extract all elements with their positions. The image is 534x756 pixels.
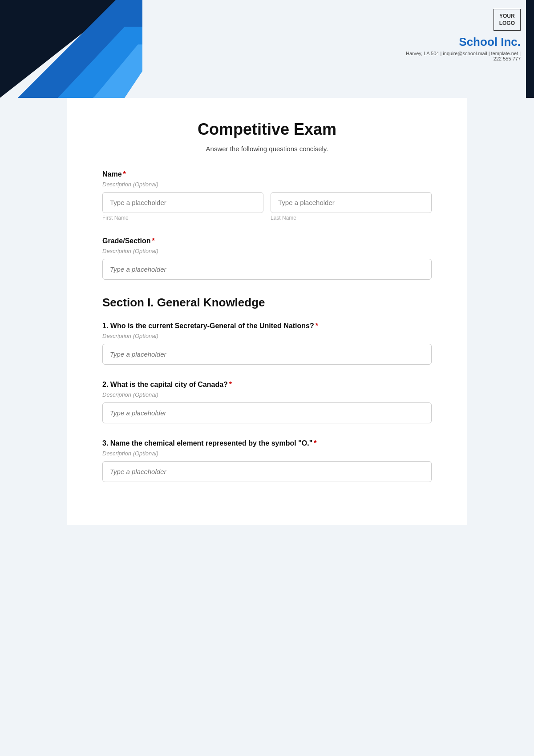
question-2-group: 2. What is the capital city of Canada?* … xyxy=(102,381,432,423)
name-field-group: Name* Description (Optional) First Name … xyxy=(102,170,432,221)
logo-box: YOUR LOGO xyxy=(494,9,521,31)
grade-section-field-group: Grade/Section* Description (Optional) xyxy=(102,237,432,280)
name-field-row: First Name Last Name xyxy=(102,192,432,221)
grade-section-input[interactable] xyxy=(102,259,432,280)
first-name-wrap: First Name xyxy=(102,192,263,221)
name-description: Description (Optional) xyxy=(102,181,432,188)
question-2-input[interactable] xyxy=(102,402,432,423)
question-3-description: Description (Optional) xyxy=(102,450,432,457)
question-2-description: Description (Optional) xyxy=(102,391,432,398)
question-3-input[interactable] xyxy=(102,461,432,482)
question-1-input[interactable] xyxy=(102,344,432,365)
question-2-label: 2. What is the capital city of Canada?* xyxy=(102,381,432,389)
school-name: School Inc. xyxy=(459,35,521,49)
grade-section-description: Description (Optional) xyxy=(102,248,432,254)
last-name-sub-label: Last Name xyxy=(271,215,432,221)
question-1-description: Description (Optional) xyxy=(102,333,432,339)
name-label: Name* xyxy=(102,170,432,178)
school-contact: Harvey, LA 504 | inquire@school.mail | t… xyxy=(400,51,521,61)
header-shapes xyxy=(0,0,142,98)
grade-section-label: Grade/Section* xyxy=(102,237,432,245)
exam-title: Competitive Exam xyxy=(102,120,432,139)
first-name-sub-label: First Name xyxy=(102,215,263,221)
question-3-group: 3. Name the chemical element represented… xyxy=(102,439,432,482)
section-1-header: Section I. General Knowledge xyxy=(102,296,432,310)
question-3-label: 3. Name the chemical element represented… xyxy=(102,439,432,447)
question-1-group: 1. Who is the current Secretary-General … xyxy=(102,322,432,365)
first-name-input[interactable] xyxy=(102,192,263,213)
last-name-wrap: Last Name xyxy=(271,192,432,221)
exam-subtitle: Answer the following questions concisely… xyxy=(102,145,432,153)
page-header: YOUR LOGO School Inc. Harvey, LA 504 | i… xyxy=(0,0,534,98)
main-content: Competitive Exam Answer the following qu… xyxy=(67,98,467,525)
header-right: YOUR LOGO School Inc. Harvey, LA 504 | i… xyxy=(400,0,534,98)
last-name-input[interactable] xyxy=(271,192,432,213)
question-1-label: 1. Who is the current Secretary-General … xyxy=(102,322,432,330)
